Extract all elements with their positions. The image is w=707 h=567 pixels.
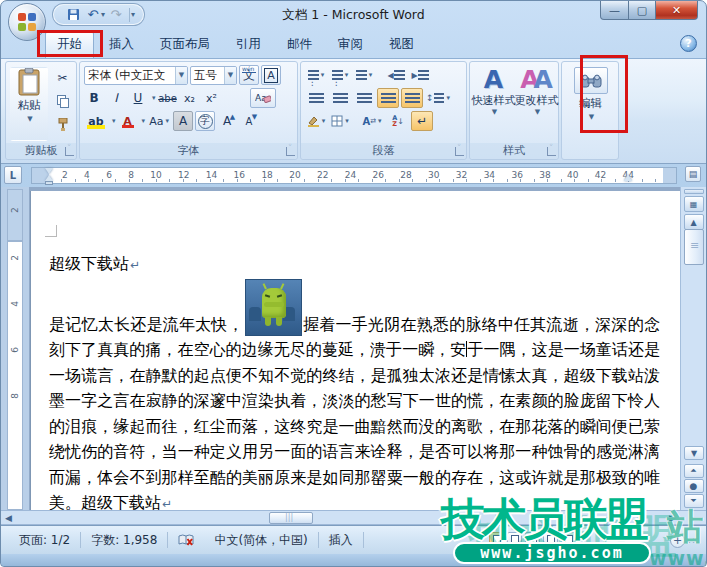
italic-button[interactable]: I xyxy=(106,88,126,108)
bullets-icon[interactable]: ▾ xyxy=(305,65,327,85)
paragraph-dialog-launcher-icon[interactable] xyxy=(455,147,464,156)
change-styles-dropdown-icon[interactable]: ▼ xyxy=(535,108,540,116)
sort-icon[interactable]: AZ ↓ xyxy=(387,111,409,131)
enclose-characters-button[interactable]: 字 xyxy=(195,111,215,131)
ribbon-tab[interactable]: 审阅 xyxy=(327,32,374,58)
select-browse-object-icon[interactable]: ● xyxy=(684,479,704,493)
change-case-button[interactable]: Aa▾ xyxy=(147,111,171,131)
show-hide-marks-icon[interactable]: ↵ xyxy=(411,111,433,131)
numbering-icon[interactable]: ▾ xyxy=(329,65,351,85)
page-indicator[interactable]: 页面: 1/2 xyxy=(9,532,80,549)
outline-view-icon[interactable] xyxy=(543,532,558,549)
horizontal-scroll-thumb[interactable] xyxy=(269,512,313,524)
vertical-ruler[interactable]: 2 2468 xyxy=(1,187,29,510)
subscript-button[interactable]: x₂ xyxy=(180,88,200,108)
ribbon-tab[interactable]: 开始 xyxy=(45,31,94,58)
fullscreen-reading-view-icon[interactable] xyxy=(507,532,522,549)
scroll-right-icon[interactable]: ▶ xyxy=(669,513,676,523)
view-ruler-toggle-icon[interactable]: ▤ xyxy=(685,166,701,182)
format-painter-icon[interactable] xyxy=(52,114,73,134)
ruler-toggle-icon[interactable]: ▦ xyxy=(684,196,704,212)
right-indent-icon[interactable] xyxy=(624,174,632,181)
character-border-button[interactable]: A xyxy=(261,65,281,85)
draft-view-icon[interactable] xyxy=(561,532,576,549)
highlight-dropdown-icon[interactable]: ▾ xyxy=(112,117,116,125)
align-left-icon[interactable] xyxy=(305,88,327,108)
resize-grip-icon[interactable]: .:: xyxy=(688,535,700,545)
ribbon-tab[interactable]: 视图 xyxy=(378,32,425,58)
clipboard-dialog-launcher-icon[interactable] xyxy=(65,147,74,156)
ribbon-tab[interactable]: 页面布局 xyxy=(149,32,221,58)
font-size-dropdown-icon[interactable]: ▼ xyxy=(224,67,236,84)
scroll-left-icon[interactable]: ◀ xyxy=(5,513,12,523)
close-button[interactable]: ✕ xyxy=(656,1,698,20)
zoom-in-icon[interactable]: + xyxy=(670,533,685,548)
multilevel-list-icon[interactable]: ▾ xyxy=(353,65,375,85)
ribbon-tab[interactable]: 插入 xyxy=(98,32,145,58)
ribbon-tab[interactable]: 引用 xyxy=(225,32,272,58)
quick-styles-dropdown-icon[interactable]: ▼ xyxy=(492,108,497,116)
bold-button[interactable]: B xyxy=(84,88,104,108)
previous-page-icon[interactable]: ⏶ xyxy=(684,464,704,478)
font-color-button[interactable]: A xyxy=(118,111,138,131)
minimize-button[interactable]: — xyxy=(600,1,629,20)
hanging-indent-icon[interactable] xyxy=(45,175,53,181)
font-name-combo[interactable]: 宋体 (中文正文 ▼ xyxy=(84,66,188,85)
increase-indent-icon[interactable]: ▶ xyxy=(409,65,431,85)
phonetic-guide-button[interactable]: wén 文 xyxy=(239,65,259,85)
paste-button[interactable]: 粘贴 ▼ xyxy=(10,67,48,141)
asian-layout-icon[interactable]: A⇄▾ xyxy=(359,111,385,131)
line-spacing-icon[interactable]: ↕▾ xyxy=(425,88,451,108)
font-color-dropdown-icon[interactable]: ▾ xyxy=(142,117,146,125)
copy-icon[interactable] xyxy=(52,91,73,111)
clear-formatting-icon[interactable]: Aa xyxy=(250,88,276,108)
web-layout-view-icon[interactable] xyxy=(525,532,540,549)
indent-markers[interactable] xyxy=(45,168,53,185)
vertical-scroll-thumb[interactable] xyxy=(684,229,704,265)
decrease-indent-icon[interactable]: ◀ xyxy=(385,65,407,85)
horizontal-ruler[interactable]: 2468101214161820222426283032343638404244 xyxy=(31,167,677,184)
word-count[interactable]: 字数: 1,958 xyxy=(81,532,167,549)
document-page[interactable]: 超级下载站↵ 是记忆太长还是流年太快，握着一手光阴在熟悉的脉络中任其流逝，深深的… xyxy=(31,191,680,510)
vertical-scrollbar[interactable]: ▦ ▲ ▼ ⏶ ● ⏷ xyxy=(680,187,706,510)
split-handle[interactable] xyxy=(684,189,704,194)
underline-button[interactable]: U xyxy=(128,88,148,108)
spellcheck-icon[interactable] xyxy=(168,534,204,547)
find-button[interactable] xyxy=(574,67,608,94)
align-right-icon[interactable] xyxy=(353,88,375,108)
font-dialog-launcher-icon[interactable] xyxy=(286,147,295,156)
print-layout-view-icon[interactable] xyxy=(489,532,504,549)
next-page-icon[interactable]: ⏷ xyxy=(684,494,704,508)
page-content[interactable]: 超级下载站↵ 是记忆太长还是流年太快，握着一手光阴在熟悉的脉络中任其流逝，深深的… xyxy=(31,191,680,510)
align-center-icon[interactable] xyxy=(329,88,351,108)
shading-icon[interactable]: ▾ xyxy=(305,111,327,131)
grow-font-button[interactable]: A▲ xyxy=(217,111,237,131)
tab-stop-selector[interactable]: L xyxy=(4,166,22,184)
first-line-indent-icon[interactable] xyxy=(45,168,53,174)
scroll-up-icon[interactable]: ▲ xyxy=(684,214,704,230)
font-size-combo[interactable]: 五号 ▼ xyxy=(190,66,237,85)
office-button[interactable] xyxy=(8,3,46,41)
styles-dialog-launcher-icon[interactable] xyxy=(547,147,556,156)
superscript-button[interactable]: x² xyxy=(202,88,222,108)
shrink-font-button[interactable]: A▼ xyxy=(239,111,259,131)
help-icon[interactable]: ? xyxy=(680,35,697,52)
distribute-icon[interactable] xyxy=(401,88,423,108)
ribbon-tab[interactable]: 邮件 xyxy=(276,32,323,58)
borders-icon[interactable]: ▾ xyxy=(329,111,351,131)
font-name-dropdown-icon[interactable]: ▼ xyxy=(175,67,187,84)
cut-icon[interactable]: ✂ xyxy=(52,68,73,88)
underline-dropdown-icon[interactable]: ▾ xyxy=(152,94,156,102)
horizontal-scrollbar[interactable]: ◀ ▶ xyxy=(1,510,706,525)
left-indent-icon[interactable] xyxy=(45,181,53,185)
editing-dropdown-icon[interactable]: ▼ xyxy=(589,113,594,121)
language-indicator[interactable]: 中文(简体，中国) xyxy=(204,532,317,549)
paste-dropdown-icon[interactable]: ▼ xyxy=(27,115,32,123)
android-robot-image[interactable] xyxy=(245,279,302,336)
quick-styles-button[interactable]: A 快速样式 ▼ xyxy=(473,67,514,143)
scroll-down-icon[interactable]: ▼ xyxy=(684,446,704,460)
maximize-button[interactable]: ▢ xyxy=(629,1,656,20)
insert-mode-indicator[interactable]: 插入 xyxy=(319,532,363,549)
justify-icon[interactable] xyxy=(377,88,399,108)
highlight-button[interactable]: ab xyxy=(84,111,108,131)
